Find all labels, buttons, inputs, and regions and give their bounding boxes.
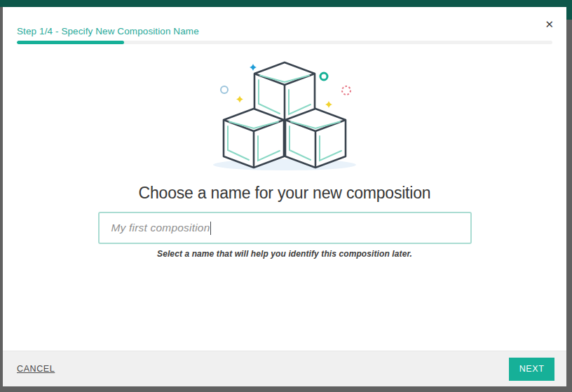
ring-teal-icon	[320, 73, 327, 80]
close-icon[interactable]: ✕	[543, 18, 555, 31]
wizard-step-label: Step 1/4 - Specify New Composition Name	[17, 26, 199, 36]
page-background: Step 1/4 - Specify New Composition Name …	[0, 0, 572, 392]
cube-bottom-left	[224, 109, 284, 168]
cube-bottom-right	[285, 109, 346, 168]
sparkle-blue-icon	[250, 64, 257, 71]
wizard-progress-bar	[17, 41, 552, 44]
composition-name-input[interactable]: My first composition	[98, 212, 472, 244]
progress-fill	[17, 41, 124, 44]
composition-name-value: My first composition	[111, 222, 210, 234]
wizard-body: Choose a name for your new composition M…	[3, 50, 566, 351]
app-header-band-edge	[566, 7, 572, 20]
sparkle-yellow-left-icon	[236, 96, 243, 103]
wizard-footer: CANCEL NEXT	[3, 351, 566, 386]
sparkle-yellow-right-icon	[325, 101, 332, 108]
stacked-cubes-illustration	[207, 60, 362, 172]
input-helper-text: Select a name that will help you identif…	[157, 249, 412, 259]
page-title: Choose a name for your new composition	[139, 184, 431, 203]
ring-pink-dashed-icon	[342, 86, 350, 95]
ring-lightblue-icon	[221, 86, 228, 93]
next-button[interactable]: NEXT	[509, 358, 554, 381]
new-composition-wizard-modal: Step 1/4 - Specify New Composition Name …	[3, 7, 566, 386]
cancel-link[interactable]: CANCEL	[17, 364, 55, 374]
wizard-header: Step 1/4 - Specify New Composition Name …	[3, 7, 566, 50]
app-header-band	[0, 0, 572, 7]
text-caret	[210, 222, 211, 235]
